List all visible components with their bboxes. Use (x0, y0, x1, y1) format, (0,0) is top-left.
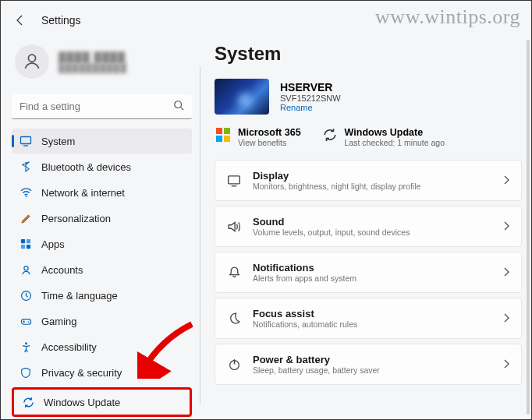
chevron-right-icon (502, 174, 510, 188)
sidebar-item-privacy[interactable]: Privacy & security (12, 360, 192, 385)
display-icon (226, 173, 242, 189)
card-title: Display (253, 170, 491, 182)
moon-icon (226, 311, 242, 326)
card-title: Sound (253, 216, 491, 228)
status-sub: View benefits (238, 138, 301, 147)
svg-point-13 (27, 321, 29, 323)
sidebar-item-label: Gaming (41, 316, 77, 327)
header: Settings (1, 1, 531, 35)
accounts-icon (20, 263, 32, 276)
device-wallpaper-thumb (215, 79, 269, 115)
clock-icon (20, 289, 32, 302)
arrow-left-icon (14, 14, 27, 26)
page-title: System (215, 43, 522, 65)
card-title: Power & battery (253, 354, 491, 365)
sidebar-item-network[interactable]: Network & internet (12, 180, 192, 205)
sidebar-item-personalization[interactable]: Personalization (12, 206, 192, 231)
svg-rect-8 (21, 245, 25, 249)
svg-rect-15 (229, 175, 240, 183)
svg-point-14 (25, 342, 27, 344)
search-input[interactable] (12, 94, 192, 119)
svg-rect-3 (21, 137, 31, 144)
sidebar-item-system[interactable]: System (12, 129, 192, 154)
card-sub: Alerts from apps and system (253, 274, 491, 283)
sidebar-item-label: Network & internet (41, 187, 125, 199)
accessibility-icon (20, 341, 32, 353)
update-icon (22, 396, 34, 408)
sidebar-item-label: Apps (41, 238, 65, 250)
shield-icon (20, 366, 32, 379)
status-label: Windows Update (345, 127, 445, 138)
status-label: Microsoft 365 (238, 127, 301, 138)
back-button[interactable] (12, 12, 29, 29)
card-display[interactable]: Display Monitors, brightness, night ligh… (215, 160, 522, 201)
sidebar-item-label: Accounts (41, 264, 83, 276)
profile-name: ████ ████ (59, 51, 127, 63)
scrollbar[interactable] (527, 40, 530, 415)
brush-icon (20, 212, 32, 224)
chevron-right-icon (502, 266, 510, 280)
status-microsoft-365[interactable]: Microsoft 365 View benefits (216, 127, 301, 147)
person-icon (22, 51, 42, 72)
bell-icon (226, 265, 242, 281)
header-title: Settings (41, 14, 81, 26)
search-icon (173, 100, 184, 114)
card-sub: Sleep, battery usage, battery saver (253, 365, 491, 375)
profile-email: ██████████ (59, 63, 127, 72)
card-focus-assist[interactable]: Focus assist Notifications, automatic ru… (215, 298, 522, 339)
svg-line-2 (181, 108, 184, 111)
avatar (15, 44, 49, 79)
nav-list: System Bluetooth & devices Network & int… (12, 129, 192, 417)
sidebar-item-label: Windows Update (44, 397, 120, 408)
sidebar-item-accounts[interactable]: Accounts (12, 257, 192, 282)
chevron-right-icon (502, 220, 510, 234)
sidebar-item-time-language[interactable]: Time & language (12, 283, 192, 308)
rename-link[interactable]: Rename (280, 103, 341, 112)
highlight-annotation: Windows Update (12, 387, 192, 417)
main-content: System HSERVER SVF15212SNW Rename Micros… (200, 35, 531, 419)
search-field[interactable] (12, 94, 192, 119)
chevron-right-icon (502, 358, 510, 372)
svg-point-0 (28, 55, 35, 62)
update-status-icon (323, 128, 337, 142)
power-icon (226, 357, 242, 372)
sidebar-item-label: System (41, 136, 75, 147)
card-sub: Monitors, brightness, night light, displ… (253, 182, 491, 191)
svg-rect-9 (27, 245, 30, 249)
device-name: HSERVER (280, 81, 341, 94)
svg-rect-7 (27, 239, 30, 243)
profile[interactable]: ████ ████ ██████████ (12, 40, 192, 90)
card-sub: Notifications, automatic rules (253, 319, 491, 329)
sidebar-item-label: Privacy & security (41, 367, 122, 379)
sidebar-item-gaming[interactable]: Gaming (12, 309, 192, 334)
sidebar-item-label: Time & language (41, 290, 118, 302)
card-title: Notifications (253, 262, 491, 274)
sidebar-item-windows-update[interactable]: Windows Update (14, 390, 190, 415)
apps-icon (20, 238, 32, 250)
card-title: Focus assist (253, 308, 491, 319)
card-sound[interactable]: Sound Volume levels, output, input, soun… (215, 206, 522, 247)
microsoft-logo-icon (216, 128, 230, 142)
sidebar-item-label: Bluetooth & devices (41, 161, 131, 173)
sidebar-item-accessibility[interactable]: Accessibility (12, 334, 192, 359)
device-model: SVF15212SNW (280, 94, 341, 103)
status-windows-update[interactable]: Windows Update Last checked: 1 minute ag… (323, 127, 445, 147)
wifi-icon (20, 186, 32, 199)
sidebar: ████ ████ ██████████ System Bluetooth & … (1, 35, 200, 419)
device-info-row: HSERVER SVF15212SNW Rename (215, 79, 522, 115)
bluetooth-icon (20, 161, 32, 173)
card-sub: Volume levels, output, input, sound devi… (253, 228, 491, 237)
sidebar-item-apps[interactable]: Apps (12, 231, 192, 256)
status-row: Microsoft 365 View benefits Windows Upda… (215, 127, 522, 147)
settings-card-list: Display Monitors, brightness, night ligh… (215, 160, 522, 385)
chevron-right-icon (502, 312, 510, 326)
sidebar-item-bluetooth[interactable]: Bluetooth & devices (12, 154, 192, 179)
gaming-icon (20, 315, 32, 327)
status-sub: Last checked: 1 minute ago (345, 138, 445, 147)
sidebar-item-label: Accessibility (41, 341, 97, 353)
card-power-battery[interactable]: Power & battery Sleep, battery usage, ba… (215, 344, 522, 385)
svg-point-5 (25, 196, 27, 197)
card-notifications[interactable]: Notifications Alerts from apps and syste… (215, 252, 522, 293)
system-icon (20, 135, 32, 147)
sidebar-item-label: Personalization (41, 213, 111, 224)
